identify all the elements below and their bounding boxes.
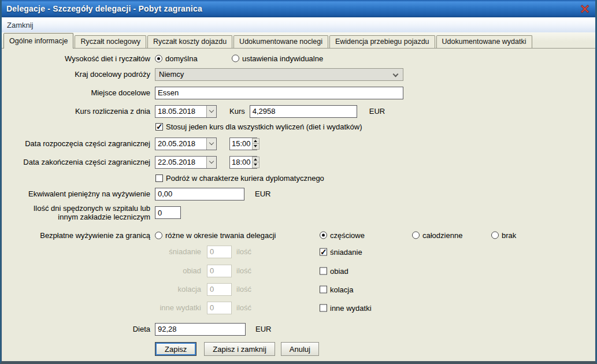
- tab-udokumentowane-wydatki[interactable]: Udokumentowane wydatki: [436, 35, 532, 48]
- tab-ewidencja-przebiegu-pojazdu[interactable]: Ewidencja przebiegu pojazdu: [329, 35, 435, 48]
- radio-varied[interactable]: różne w okresie trwania delegacji: [155, 231, 276, 240]
- radio-individual[interactable]: ustawienia indywidualne: [232, 54, 323, 63]
- window-title: Delegacje - Szczegóły delegacji - Pobyt …: [0, 4, 202, 13]
- courier-checkbox-icon: [155, 174, 163, 182]
- spin-down-button[interactable]: [252, 144, 259, 150]
- start-date-label: Data rozpoczęcia części zagranicznej: [2, 139, 150, 148]
- diet-rates-label: Wysokość diet i ryczałtów: [2, 54, 150, 63]
- courier-checkbox[interactable]: Podróż w charakterze kuriera dyplomatycz…: [155, 174, 324, 183]
- exchange-currency-label: EUR: [369, 107, 385, 116]
- button-row: Zapisz Zapisz i zamknij Anuluj: [155, 342, 327, 356]
- breakfast-checkbox[interactable]: śniadanie: [320, 247, 362, 256]
- radio-partial[interactable]: częściowe: [320, 231, 365, 240]
- end-time-spinner[interactable]: 18:00: [229, 156, 257, 169]
- chevron-down-icon: [393, 71, 399, 77]
- dieta-label: Dieta: [2, 325, 150, 333]
- end-time-value: 18:00: [230, 157, 252, 168]
- destination-input[interactable]: [155, 87, 403, 99]
- exchange-label: Kurs rozliczenia z dnia: [2, 107, 150, 116]
- title-bar: Delegacje - Szczegóły delegacji - Pobyt …: [0, 0, 597, 17]
- dinner-checkbox[interactable]: kolacja: [320, 285, 353, 294]
- row-food-equivalent: Ekwiwalent pieniężny na wyżywienie EUR: [2, 187, 595, 200]
- other-qty-input: [207, 302, 232, 314]
- other-checkbox[interactable]: inne wydatki: [320, 303, 372, 312]
- row-dinner-qty: kolacja ilość kolacja: [2, 283, 595, 296]
- end-date-dropdown-button[interactable]: [206, 157, 216, 168]
- row-end-date: Data zakończenia części zagranicznej 22.…: [2, 155, 595, 169]
- radio-partial-label: częściowe: [330, 231, 365, 240]
- start-time-spinner[interactable]: 15:00: [229, 138, 257, 150]
- radio-default-icon: [155, 55, 162, 62]
- lunch-qty-suffix: ilość: [236, 266, 251, 275]
- radio-fullday-label: całodzienne: [422, 231, 462, 240]
- dinner-qty-input: [207, 283, 232, 296]
- tab-ryczalt-noclegowy[interactable]: Ryczałt noclegowy: [75, 35, 146, 48]
- close-button[interactable]: [579, 3, 590, 14]
- row-hospital-days: Ilość dni spędzonych w szpitalu lub inny…: [2, 203, 595, 222]
- country-select[interactable]: Niemcy: [155, 68, 403, 81]
- row-single-rate: Stosuj jeden kurs dla wszystkich wylicze…: [2, 122, 595, 131]
- start-time-spin-buttons: [252, 138, 259, 150]
- spin-down-button[interactable]: [252, 162, 259, 168]
- lunch-checkbox-label: obiad: [330, 266, 348, 275]
- tab-ryczalt-koszty-dojazdu[interactable]: Ryczałt koszty dojazdu: [147, 35, 232, 48]
- hospital-days-label-line2: innym zakładzie leczniczym: [2, 213, 150, 221]
- row-exchange: Kurs rozliczenia z dnia 18.05.2018 Kurs …: [2, 105, 595, 118]
- radio-fullday-icon: [412, 232, 420, 239]
- triangle-up-icon: [254, 140, 257, 142]
- exchange-date-dropdown-button[interactable]: [206, 106, 216, 117]
- hospital-days-input[interactable]: [155, 206, 181, 219]
- radio-none-label: brak: [502, 231, 516, 240]
- row-start-date: Data rozpoczęcia części zagranicznej 20.…: [2, 137, 595, 150]
- cancel-button[interactable]: Anuluj: [281, 342, 319, 356]
- start-date-dropdown[interactable]: 20.05.2018: [155, 138, 217, 150]
- menu-item-zamknij[interactable]: Zamknij: [2, 21, 39, 29]
- dinner-checkbox-label: kolacja: [330, 285, 353, 294]
- triangle-down-icon: [254, 145, 257, 147]
- triangle-up-icon: [254, 158, 257, 161]
- radio-partial-icon: [320, 232, 327, 239]
- radio-individual-label: ustawienia indywidualne: [242, 54, 323, 63]
- start-date-dropdown-button[interactable]: [206, 138, 216, 150]
- radio-none[interactable]: brak: [491, 231, 516, 240]
- spin-up-button[interactable]: [252, 138, 259, 144]
- other-checkbox-icon: [320, 304, 327, 311]
- radio-fullday[interactable]: całodzienne: [412, 231, 462, 240]
- dieta-input[interactable]: [155, 323, 246, 336]
- end-date-label: Data zakończenia części zagranicznej: [2, 158, 150, 166]
- radio-none-icon: [491, 232, 499, 239]
- tab-udokumentowane-noclegi[interactable]: Udokumentowane noclegi: [233, 35, 328, 48]
- dieta-currency-label: EUR: [255, 325, 271, 333]
- destination-label: Miejsce docelowe: [2, 88, 150, 97]
- tab-ogolne-informacje[interactable]: Ogólne informacje: [3, 33, 73, 49]
- rate-input[interactable]: [250, 105, 357, 118]
- single-rate-label: Stosuj jeden kurs dla wszystkich wylicze…: [166, 122, 362, 131]
- end-date-value: 22.05.2018: [155, 157, 206, 168]
- start-date-value: 20.05.2018: [155, 138, 206, 150]
- courier-label: Podróż w charakterze kuriera dyplomatycz…: [166, 174, 324, 183]
- save-button[interactable]: Zapisz: [155, 342, 196, 356]
- radio-default-label: domyślna: [165, 54, 198, 63]
- dinner-qty-label: kolacja: [2, 285, 201, 294]
- lunch-checkbox[interactable]: obiad: [320, 266, 348, 275]
- dinner-qty-suffix: ilość: [236, 285, 251, 294]
- breakfast-checkbox-label: śniadanie: [330, 247, 362, 256]
- end-date-dropdown[interactable]: 22.05.2018: [155, 156, 217, 169]
- triangle-down-icon: [254, 164, 257, 166]
- spin-up-button[interactable]: [252, 157, 259, 163]
- lunch-qty-input: [207, 265, 232, 277]
- save-and-close-button[interactable]: Zapisz i zamknij: [204, 342, 275, 356]
- food-equivalent-currency-label: EUR: [255, 190, 270, 198]
- exchange-date-dropdown[interactable]: 18.05.2018: [155, 105, 217, 118]
- country-label: Kraj docelowy podróży: [2, 70, 150, 79]
- food-equivalent-input[interactable]: [155, 188, 244, 200]
- single-rate-checkbox[interactable]: Stosuj jeden kurs dla wszystkich wylicze…: [155, 122, 362, 131]
- tab-strip: Ogólne informacje Ryczałt noclegowy Rycz…: [2, 32, 595, 49]
- row-lunch-qty: obiad ilość obiad: [2, 264, 595, 277]
- row-dieta: Dieta EUR: [2, 322, 595, 336]
- other-qty-suffix: ilość: [236, 303, 251, 312]
- chevron-down-icon: [209, 108, 214, 113]
- radio-default[interactable]: domyślna: [155, 54, 198, 63]
- hospital-days-label-line1: Ilość dni spędzonych w szpitalu lub: [2, 204, 150, 213]
- dialog-window: Delegacje - Szczegóły delegacji - Pobyt …: [0, 0, 597, 364]
